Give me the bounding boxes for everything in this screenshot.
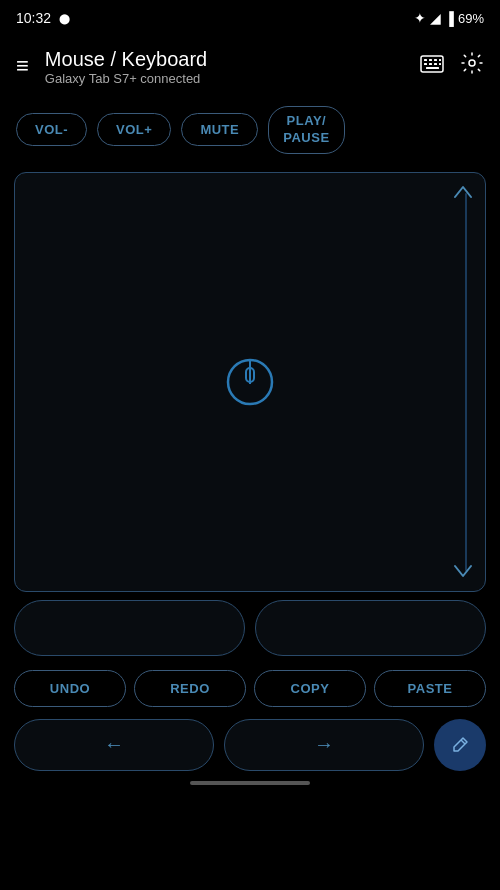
mouse-icon [224,348,276,416]
scroll-down-icon[interactable] [453,560,473,583]
svg-rect-4 [439,59,441,61]
play-pause-button[interactable]: PLAY/ PAUSE [268,106,344,154]
time-display: 10:32 [16,10,51,26]
click-buttons-row [14,600,486,656]
back-arrow-icon: ← [104,733,124,756]
mute-button[interactable]: MUTE [181,113,258,146]
left-click-button[interactable] [14,600,245,656]
trackpad-area[interactable] [14,172,486,592]
settings-icon[interactable] [460,51,484,81]
back-button[interactable]: ← [14,719,214,771]
media-buttons-row: VOL- VOL+ MUTE PLAY/ PAUSE [0,96,500,164]
toolbar-actions [420,51,484,81]
vol-up-button[interactable]: VOL+ [97,113,171,146]
wifi-icon: ◢ [430,10,441,26]
signal-icon: ▐ [445,11,454,26]
status-icons: ✦ ◢ ▐ 69% [414,10,484,26]
paste-button[interactable]: PASTE [374,670,486,707]
toolbar-title-block: Mouse / Keyboard Galaxy Tab S7+ connecte… [45,47,420,86]
forward-arrow-icon: → [314,733,334,756]
connection-status: Galaxy Tab S7+ connected [45,71,420,86]
menu-icon[interactable]: ≡ [16,53,29,79]
svg-rect-1 [424,59,427,61]
svg-rect-6 [429,63,432,65]
svg-point-10 [469,60,475,66]
svg-rect-3 [434,59,437,61]
copy-button[interactable]: COPY [254,670,366,707]
nav-buttons-row: ← → [14,719,486,771]
svg-rect-2 [429,59,432,61]
svg-rect-9 [426,67,439,69]
vol-down-button[interactable]: VOL- [16,113,87,146]
bluetooth-icon: ✦ [414,10,426,26]
svg-rect-8 [439,63,441,65]
keyboard-icon[interactable] [420,53,444,79]
status-bar: 10:32 ⬤ ✦ ◢ ▐ 69% [0,0,500,36]
right-click-button[interactable] [255,600,486,656]
status-time: 10:32 ⬤ [16,10,70,26]
edit-button[interactable] [434,719,486,771]
svg-rect-7 [434,63,437,65]
svg-rect-5 [424,63,427,65]
scroll-up-icon[interactable] [453,181,473,204]
status-dot-icon: ⬤ [59,13,70,24]
undo-button[interactable]: UNDO [14,670,126,707]
home-indicator [190,781,310,785]
toolbar: ≡ Mouse / Keyboard Galaxy Tab S7+ connec… [0,36,500,96]
battery-icon: 69% [458,11,484,26]
redo-button[interactable]: REDO [134,670,246,707]
action-buttons-row: UNDO REDO COPY PASTE [0,664,500,713]
battery-percent: 69% [458,11,484,26]
app-title: Mouse / Keyboard [45,47,420,71]
vertical-scrollbar[interactable] [465,193,467,571]
forward-button[interactable]: → [224,719,424,771]
